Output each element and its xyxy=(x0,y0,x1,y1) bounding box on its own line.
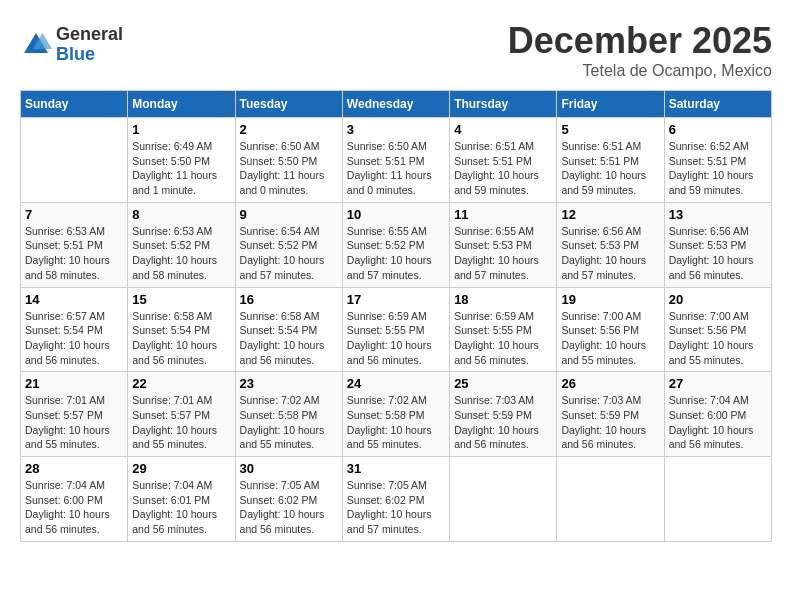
day-info: Sunrise: 6:53 AM Sunset: 5:51 PM Dayligh… xyxy=(25,224,123,283)
day-info: Sunrise: 6:51 AM Sunset: 5:51 PM Dayligh… xyxy=(454,139,552,198)
day-info: Sunrise: 6:50 AM Sunset: 5:50 PM Dayligh… xyxy=(240,139,338,198)
day-info: Sunrise: 6:58 AM Sunset: 5:54 PM Dayligh… xyxy=(240,309,338,368)
calendar-cell: 3Sunrise: 6:50 AM Sunset: 5:51 PM Daylig… xyxy=(342,118,449,203)
day-info: Sunrise: 6:51 AM Sunset: 5:51 PM Dayligh… xyxy=(561,139,659,198)
day-info: Sunrise: 6:52 AM Sunset: 5:51 PM Dayligh… xyxy=(669,139,767,198)
day-number: 25 xyxy=(454,376,552,391)
day-info: Sunrise: 6:57 AM Sunset: 5:54 PM Dayligh… xyxy=(25,309,123,368)
calendar-week-row: 1Sunrise: 6:49 AM Sunset: 5:50 PM Daylig… xyxy=(21,118,772,203)
weekday-header-saturday: Saturday xyxy=(664,91,771,118)
day-info: Sunrise: 6:56 AM Sunset: 5:53 PM Dayligh… xyxy=(561,224,659,283)
day-info: Sunrise: 7:05 AM Sunset: 6:02 PM Dayligh… xyxy=(240,478,338,537)
calendar-cell: 19Sunrise: 7:00 AM Sunset: 5:56 PM Dayli… xyxy=(557,287,664,372)
day-info: Sunrise: 7:04 AM Sunset: 6:00 PM Dayligh… xyxy=(25,478,123,537)
calendar-table: SundayMondayTuesdayWednesdayThursdayFrid… xyxy=(20,90,772,542)
calendar-cell: 2Sunrise: 6:50 AM Sunset: 5:50 PM Daylig… xyxy=(235,118,342,203)
calendar-cell: 16Sunrise: 6:58 AM Sunset: 5:54 PM Dayli… xyxy=(235,287,342,372)
day-number: 10 xyxy=(347,207,445,222)
day-info: Sunrise: 6:56 AM Sunset: 5:53 PM Dayligh… xyxy=(669,224,767,283)
month-title: December 2025 xyxy=(508,20,772,62)
calendar-cell xyxy=(664,457,771,542)
calendar-cell: 25Sunrise: 7:03 AM Sunset: 5:59 PM Dayli… xyxy=(450,372,557,457)
day-info: Sunrise: 6:59 AM Sunset: 5:55 PM Dayligh… xyxy=(347,309,445,368)
calendar-cell: 9Sunrise: 6:54 AM Sunset: 5:52 PM Daylig… xyxy=(235,202,342,287)
day-number: 14 xyxy=(25,292,123,307)
calendar-cell: 14Sunrise: 6:57 AM Sunset: 5:54 PM Dayli… xyxy=(21,287,128,372)
calendar-cell: 24Sunrise: 7:02 AM Sunset: 5:58 PM Dayli… xyxy=(342,372,449,457)
day-number: 26 xyxy=(561,376,659,391)
day-info: Sunrise: 7:04 AM Sunset: 6:01 PM Dayligh… xyxy=(132,478,230,537)
day-info: Sunrise: 7:05 AM Sunset: 6:02 PM Dayligh… xyxy=(347,478,445,537)
day-number: 11 xyxy=(454,207,552,222)
location: Tetela de Ocampo, Mexico xyxy=(508,62,772,80)
weekday-header-monday: Monday xyxy=(128,91,235,118)
day-info: Sunrise: 6:53 AM Sunset: 5:52 PM Dayligh… xyxy=(132,224,230,283)
calendar-cell xyxy=(557,457,664,542)
day-number: 13 xyxy=(669,207,767,222)
day-number: 23 xyxy=(240,376,338,391)
day-info: Sunrise: 6:54 AM Sunset: 5:52 PM Dayligh… xyxy=(240,224,338,283)
day-info: Sunrise: 7:01 AM Sunset: 5:57 PM Dayligh… xyxy=(132,393,230,452)
day-number: 27 xyxy=(669,376,767,391)
calendar-cell: 23Sunrise: 7:02 AM Sunset: 5:58 PM Dayli… xyxy=(235,372,342,457)
calendar-header: SundayMondayTuesdayWednesdayThursdayFrid… xyxy=(21,91,772,118)
day-number: 16 xyxy=(240,292,338,307)
weekday-header-friday: Friday xyxy=(557,91,664,118)
day-number: 21 xyxy=(25,376,123,391)
day-number: 18 xyxy=(454,292,552,307)
logo-general-text: General xyxy=(56,25,123,45)
day-info: Sunrise: 7:02 AM Sunset: 5:58 PM Dayligh… xyxy=(347,393,445,452)
day-info: Sunrise: 7:03 AM Sunset: 5:59 PM Dayligh… xyxy=(454,393,552,452)
calendar-cell: 12Sunrise: 6:56 AM Sunset: 5:53 PM Dayli… xyxy=(557,202,664,287)
title-block: December 2025 Tetela de Ocampo, Mexico xyxy=(508,20,772,80)
calendar-cell xyxy=(21,118,128,203)
day-number: 12 xyxy=(561,207,659,222)
day-info: Sunrise: 6:58 AM Sunset: 5:54 PM Dayligh… xyxy=(132,309,230,368)
header: General Blue December 2025 Tetela de Oca… xyxy=(20,20,772,80)
day-info: Sunrise: 6:55 AM Sunset: 5:53 PM Dayligh… xyxy=(454,224,552,283)
calendar-cell: 21Sunrise: 7:01 AM Sunset: 5:57 PM Dayli… xyxy=(21,372,128,457)
calendar-cell xyxy=(450,457,557,542)
day-info: Sunrise: 6:59 AM Sunset: 5:55 PM Dayligh… xyxy=(454,309,552,368)
calendar-cell: 8Sunrise: 6:53 AM Sunset: 5:52 PM Daylig… xyxy=(128,202,235,287)
calendar-cell: 30Sunrise: 7:05 AM Sunset: 6:02 PM Dayli… xyxy=(235,457,342,542)
calendar-cell: 22Sunrise: 7:01 AM Sunset: 5:57 PM Dayli… xyxy=(128,372,235,457)
calendar-cell: 6Sunrise: 6:52 AM Sunset: 5:51 PM Daylig… xyxy=(664,118,771,203)
day-number: 5 xyxy=(561,122,659,137)
calendar-cell: 7Sunrise: 6:53 AM Sunset: 5:51 PM Daylig… xyxy=(21,202,128,287)
calendar-cell: 28Sunrise: 7:04 AM Sunset: 6:00 PM Dayli… xyxy=(21,457,128,542)
day-number: 19 xyxy=(561,292,659,307)
day-number: 28 xyxy=(25,461,123,476)
day-info: Sunrise: 6:49 AM Sunset: 5:50 PM Dayligh… xyxy=(132,139,230,198)
day-number: 8 xyxy=(132,207,230,222)
day-info: Sunrise: 6:50 AM Sunset: 5:51 PM Dayligh… xyxy=(347,139,445,198)
day-number: 17 xyxy=(347,292,445,307)
day-info: Sunrise: 6:55 AM Sunset: 5:52 PM Dayligh… xyxy=(347,224,445,283)
weekday-header-thursday: Thursday xyxy=(450,91,557,118)
calendar-week-row: 21Sunrise: 7:01 AM Sunset: 5:57 PM Dayli… xyxy=(21,372,772,457)
day-number: 1 xyxy=(132,122,230,137)
day-number: 15 xyxy=(132,292,230,307)
day-number: 29 xyxy=(132,461,230,476)
weekday-header-wednesday: Wednesday xyxy=(342,91,449,118)
calendar-cell: 29Sunrise: 7:04 AM Sunset: 6:01 PM Dayli… xyxy=(128,457,235,542)
day-number: 22 xyxy=(132,376,230,391)
day-number: 9 xyxy=(240,207,338,222)
calendar-cell: 15Sunrise: 6:58 AM Sunset: 5:54 PM Dayli… xyxy=(128,287,235,372)
day-info: Sunrise: 7:02 AM Sunset: 5:58 PM Dayligh… xyxy=(240,393,338,452)
day-number: 6 xyxy=(669,122,767,137)
day-info: Sunrise: 7:00 AM Sunset: 5:56 PM Dayligh… xyxy=(669,309,767,368)
weekday-header-tuesday: Tuesday xyxy=(235,91,342,118)
day-number: 4 xyxy=(454,122,552,137)
day-info: Sunrise: 7:00 AM Sunset: 5:56 PM Dayligh… xyxy=(561,309,659,368)
day-info: Sunrise: 7:03 AM Sunset: 5:59 PM Dayligh… xyxy=(561,393,659,452)
calendar-cell: 27Sunrise: 7:04 AM Sunset: 6:00 PM Dayli… xyxy=(664,372,771,457)
day-number: 3 xyxy=(347,122,445,137)
day-number: 2 xyxy=(240,122,338,137)
calendar-cell: 18Sunrise: 6:59 AM Sunset: 5:55 PM Dayli… xyxy=(450,287,557,372)
day-info: Sunrise: 7:01 AM Sunset: 5:57 PM Dayligh… xyxy=(25,393,123,452)
calendar-cell: 4Sunrise: 6:51 AM Sunset: 5:51 PM Daylig… xyxy=(450,118,557,203)
day-number: 24 xyxy=(347,376,445,391)
day-number: 31 xyxy=(347,461,445,476)
calendar-body: 1Sunrise: 6:49 AM Sunset: 5:50 PM Daylig… xyxy=(21,118,772,542)
